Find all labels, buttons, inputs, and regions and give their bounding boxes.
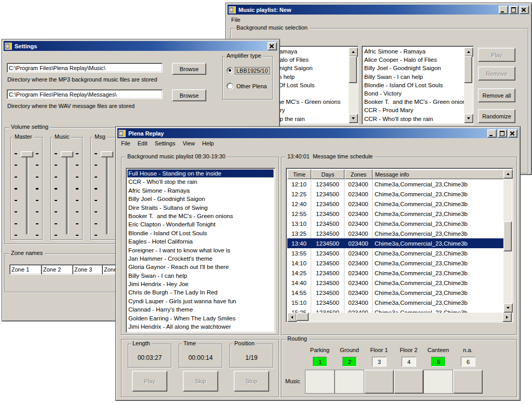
scroll-down-button[interactable] [503,303,513,313]
minimize-button[interactable] [487,129,497,138]
column-header-time[interactable]: Time [287,169,311,179]
playlist-item[interactable]: Eagles - Hotel California [127,237,274,246]
schedule-row[interactable]: 13:551234500023400Chime3a,Commercial_23,… [287,248,503,258]
music-playlist-titlebar[interactable]: Music playlist: New [228,5,530,15]
schedule-row[interactable]: 13:251234500023400Chime3a,Commercial_23,… [287,228,503,238]
schedule-row[interactable]: 13:101234500023400Chime3a,Commercial_23,… [287,219,503,228]
playlist-item[interactable]: CCR - Who'll stop the rain [127,178,274,186]
close-button[interactable] [520,6,529,14]
playlist-item[interactable]: Jan Hammer - Crockett's theme [127,254,274,263]
settings-titlebar[interactable]: Settings [4,41,278,51]
minimize-button[interactable] [499,6,508,14]
menu-help[interactable]: Help [198,139,218,147]
schedule-row[interactable]: 14:251234500023400Chime3a,Commercial_23,… [287,268,503,278]
music-route-button-2[interactable] [335,370,364,394]
schedule-row[interactable]: 15:101234500023400Chime3a,Commercial_23,… [287,298,503,307]
scroll-thumb[interactable] [503,221,512,251]
column-header-zones[interactable]: Zones [344,169,373,179]
playlist-item[interactable]: Billy Swan - I can help [127,272,274,280]
column-header-message-info[interactable]: Message info [373,169,503,179]
playlist-item[interactable]: Eric Clapton - Wonderfull Tonight [127,220,274,228]
scroll-right-button[interactable] [502,313,512,322]
radio-lbb1925[interactable] [227,67,233,74]
menu-edit[interactable]: Edit [134,139,151,147]
scroll-down-button[interactable] [349,114,358,123]
playlist-item[interactable]: Afric Simone - Ramaya [127,186,274,195]
schedule-row[interactable]: 14:551234500023400Chime3a,Commercial_23,… [287,288,503,298]
maximize-button[interactable] [509,6,518,14]
scroll-down-button[interactable] [464,114,473,123]
radio-other-plena[interactable] [227,83,233,89]
selection-item[interactable]: CCR - Proud Mary [363,106,464,114]
schedule-row[interactable]: 12:401234500023400Chime3a,Commercial_23,… [287,199,503,209]
menu-view[interactable]: View [179,139,198,147]
library-scrollbar[interactable] [349,47,357,123]
scroll-left-button[interactable] [287,313,297,322]
close-button[interactable] [508,129,517,138]
schedule-row[interactable]: 12:101234500023400Chime3a,Commercial_23,… [287,179,503,189]
radio-other-plena-label[interactable]: Other Plena [235,83,268,89]
playlist-item[interactable]: Blondie - Island Of Lost Souls [127,229,274,237]
radio-lbb1925-label[interactable]: LBB1925/10 [235,68,269,74]
plena-titlebar[interactable]: Plena Replay [117,128,518,138]
playlist-item[interactable]: Gloria Gaynor - Reach out I'll be there [127,263,274,271]
scroll-thumb[interactable] [464,56,472,83]
music-route-button-3[interactable] [364,370,394,394]
playlist-item[interactable]: Dire Straits - Sultans of Swing [127,204,274,212]
playlist-item[interactable]: Golden Earring - When The Lady Smiles [127,314,274,322]
selection-item[interactable]: Booker T. and the MC's - Green onions [363,98,464,106]
music-route-button-4[interactable] [394,370,423,394]
menu-settings[interactable]: Settings [151,139,179,147]
playlist-item[interactable]: Foreigner - I want to know what love is [127,246,274,254]
schedule-row[interactable]: 12:251234500023400Chime3a,Commercial_23,… [287,189,503,199]
slider-thumb-master[interactable] [21,151,33,157]
playlist-item[interactable]: Cyndi Lauper - Girls just wanna have fun [127,297,274,305]
slider-thumb-msg[interactable] [101,151,113,157]
selection-scrollbar[interactable] [464,47,472,123]
playlist-item[interactable]: Clannad - Harry's theme [127,305,274,314]
music-route-button-6[interactable] [453,370,483,394]
zone-name-input-2[interactable] [41,264,73,275]
schedule-row[interactable]: 15:251234500023400Chime3a,Commercial_23,… [287,307,503,313]
selection-item[interactable]: Afric Simone - Ramaya [363,47,464,56]
selection-item[interactable]: Billy Joel - Goodnight Saigon [363,64,464,72]
column-header-days[interactable]: Days [311,169,344,179]
scroll-up-button[interactable] [503,169,513,179]
schedule-row[interactable]: 14:401234500023400Chime3a,Commercial_23,… [287,278,503,288]
zone-name-input-3[interactable] [72,264,104,275]
selection-item[interactable]: Bond - Victory [363,89,464,98]
browse-messages-button[interactable]: Browse [172,89,206,101]
scroll-thumb[interactable] [349,56,357,83]
scroll-up-button[interactable] [349,47,358,57]
selection-item[interactable]: CCR - Who'll stop the rain [363,115,464,123]
playlist-listbox[interactable]: Full House - Standing on the insideCCR -… [126,168,275,333]
selection-item[interactable]: Billy Swan - I can help [363,73,464,81]
schedule-row[interactable]: 14:101234500023400Chime3a,Commercial_23,… [287,258,503,268]
music-route-button-5[interactable] [423,370,453,394]
music-directory-field[interactable] [7,63,163,73]
playlist-item[interactable]: Billy Joel - Goodnight Saigon [127,195,274,203]
playlist-item[interactable]: Jimi Hendrix - Hey Joe [127,280,274,288]
scroll-thumb[interactable] [296,313,309,321]
close-button[interactable] [268,42,277,50]
zone-name-input-1[interactable] [9,264,42,275]
schedule-vscrollbar[interactable] [503,169,512,313]
browse-music-button[interactable]: Browse [172,63,206,75]
music-route-button-1[interactable] [305,370,335,394]
menu-file[interactable]: File [228,16,244,24]
schedule-table[interactable]: TimeDaysZonesMessage info 12:10123450002… [286,168,513,322]
remove-all-button[interactable]: Remove all [478,88,515,102]
messages-directory-field[interactable] [7,89,163,99]
schedule-row[interactable]: 13:401234500023400Chime3a,Commercial_23,… [287,238,503,248]
playlist-item[interactable]: Booker T. and the MC's - Green onions [127,212,274,220]
scroll-up-button[interactable] [464,47,473,57]
schedule-hscrollbar[interactable] [287,313,512,321]
slider-thumb-music[interactable] [61,151,73,157]
playlist-item[interactable]: Full House - Standing on the inside [127,169,274,178]
selection-item[interactable]: Alice Cooper - Halo of Flies [363,56,464,64]
playlist-item[interactable]: Jimi Hendrix - All along the watchtower [127,322,274,331]
selection-item[interactable]: Blondie - Island Of Lost Souls [363,81,464,89]
maximize-button[interactable] [498,129,507,138]
menu-file[interactable]: File [117,139,134,147]
selected-music-list[interactable]: Afric Simone - RamayaAlice Cooper - Halo… [362,46,474,125]
